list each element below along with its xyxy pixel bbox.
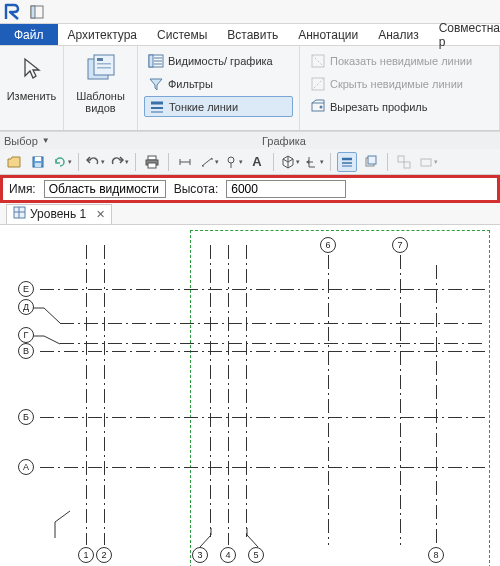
svg-rect-5 xyxy=(97,63,111,65)
thin-lines-toggle-icon[interactable] xyxy=(337,152,357,172)
show-hidden-lines-button: Показать невидимые линии xyxy=(306,50,493,71)
visibility-graphics-button[interactable]: Видимость/ графика xyxy=(144,50,293,71)
grid-line-6[interactable] xyxy=(328,255,329,545)
file-menu[interactable]: Файл xyxy=(0,24,58,45)
grid-bubble-2[interactable]: 2 xyxy=(96,547,112,563)
svg-line-16 xyxy=(312,55,324,67)
svg-rect-6 xyxy=(97,67,111,69)
templates-label: Шаблоны видов xyxy=(76,90,125,114)
grid-bubble-1[interactable]: 1 xyxy=(78,547,94,563)
menu-bar: Файл Архитектура Системы Вставить Аннота… xyxy=(0,24,500,46)
sync-icon[interactable] xyxy=(52,152,72,172)
hide-hidden-icon xyxy=(310,76,326,92)
name-field[interactable] xyxy=(44,180,166,198)
select-panel-title: Выбор▼ xyxy=(0,131,64,149)
3d-view-icon[interactable] xyxy=(280,152,300,172)
redo-icon[interactable] xyxy=(109,152,129,172)
visibility-label: Видимость/ графика xyxy=(168,55,273,67)
thin-lines-button[interactable]: Тонкие линии xyxy=(144,96,293,117)
grid-line-8[interactable] xyxy=(436,265,437,545)
menu-collab[interactable]: Совместная р xyxy=(429,24,500,45)
ribbon-graphics-group1: Видимость/ графика Фильтры Тонкие линии xyxy=(138,46,300,130)
ribbon-modify-panel: Изменить xyxy=(0,46,64,130)
open-icon[interactable] xyxy=(4,152,24,172)
grid-bubble-3[interactable]: 3 xyxy=(192,547,208,563)
cursor-icon[interactable] xyxy=(15,52,49,86)
hide-hidden-label: Скрыть невидимые линии xyxy=(330,78,463,90)
grid-line-5[interactable] xyxy=(246,245,247,537)
print-icon[interactable] xyxy=(142,152,162,172)
filters-label: Фильтры xyxy=(168,78,213,90)
height-field[interactable] xyxy=(226,180,346,198)
filters-icon xyxy=(148,76,164,92)
ribbon-graphics-group2: Показать невидимые линии Скрыть невидимы… xyxy=(300,46,500,130)
more-icon[interactable] xyxy=(418,152,438,172)
qat-properties-icon[interactable] xyxy=(28,3,46,21)
close-inactive-icon[interactable] xyxy=(361,152,381,172)
svg-rect-38 xyxy=(398,156,404,162)
grid-bubble-6[interactable]: 6 xyxy=(320,237,336,253)
grid-bubble-B[interactable]: Б xyxy=(18,409,34,425)
filters-button[interactable]: Фильтры xyxy=(144,73,293,94)
grid-bubble-5[interactable]: 5 xyxy=(248,547,264,563)
grid-bubble-7[interactable]: 7 xyxy=(392,237,408,253)
view-tab-level1[interactable]: Уровень 1 ✕ xyxy=(6,204,112,224)
grid-line-B[interactable] xyxy=(40,417,485,418)
svg-rect-23 xyxy=(35,163,41,167)
grid-line-D[interactable] xyxy=(60,323,485,324)
menu-analyze[interactable]: Анализ xyxy=(368,24,429,45)
drawing-canvas[interactable]: Е Д Г В Б А 1 2 3 4 5 6 7 8 xyxy=(0,225,500,566)
scope-box[interactable] xyxy=(190,230,490,566)
cut-profile-icon xyxy=(310,99,326,115)
undo-icon[interactable] xyxy=(85,152,105,172)
grid-line-4[interactable] xyxy=(228,245,229,545)
tag-icon[interactable] xyxy=(223,152,243,172)
show-hidden-label: Показать невидимые линии xyxy=(330,55,472,67)
section-icon[interactable] xyxy=(304,152,324,172)
measure-icon[interactable] xyxy=(175,152,195,172)
cut-profile-button[interactable]: Вырезать профиль xyxy=(306,96,493,117)
grid-bubble-V[interactable]: В xyxy=(18,343,34,359)
grid-line-2[interactable] xyxy=(104,245,105,545)
hide-hidden-lines-button: Скрыть невидимые линии xyxy=(306,73,493,94)
svg-point-20 xyxy=(320,105,323,108)
grid-bubble-E[interactable]: Е xyxy=(18,281,34,297)
menu-architecture[interactable]: Архитектура xyxy=(58,24,148,45)
svg-rect-24 xyxy=(148,156,156,160)
thin-lines-label: Тонкие линии xyxy=(169,101,238,113)
grid-line-A[interactable] xyxy=(40,467,485,468)
grid-bubble-G[interactable]: Г xyxy=(18,327,34,343)
svg-line-18 xyxy=(312,78,324,90)
graphics-panel-title: Графика xyxy=(64,131,500,149)
cut-profile-label: Вырезать профиль xyxy=(330,101,428,113)
ribbon-templates-panel: Шаблоны видов xyxy=(64,46,138,130)
svg-rect-4 xyxy=(97,58,103,61)
menu-annotations[interactable]: Аннотации xyxy=(288,24,368,45)
title-bar xyxy=(0,0,500,24)
menu-systems[interactable]: Системы xyxy=(147,24,217,45)
svg-rect-26 xyxy=(148,163,156,168)
close-tab-icon[interactable]: ✕ xyxy=(96,208,105,221)
grid-bubble-4[interactable]: 4 xyxy=(220,547,236,563)
aligned-dim-icon[interactable] xyxy=(199,152,219,172)
grid-line-7[interactable] xyxy=(400,255,401,545)
svg-rect-37 xyxy=(368,156,376,164)
save-icon[interactable] xyxy=(28,152,48,172)
options-bar: Имя: Высота: xyxy=(0,175,500,203)
menu-insert[interactable]: Вставить xyxy=(217,24,288,45)
svg-rect-8 xyxy=(149,55,153,67)
grid-bubble-D[interactable]: Д xyxy=(18,299,34,315)
grid-bubble-A[interactable]: А xyxy=(18,459,34,475)
switch-windows-icon[interactable] xyxy=(394,152,414,172)
grid-line-E[interactable] xyxy=(40,289,485,290)
revit-logo-icon xyxy=(4,3,22,21)
grid-line-1[interactable] xyxy=(86,245,87,545)
text-icon[interactable]: A xyxy=(247,152,267,172)
grid-line-V[interactable] xyxy=(40,351,485,352)
ribbon: Изменить Шаблоны видов Видимость/ график… xyxy=(0,46,500,131)
grid-bubble-8[interactable]: 8 xyxy=(428,547,444,563)
view-templates-icon[interactable] xyxy=(84,52,118,86)
grid-line-3[interactable] xyxy=(210,245,211,537)
grid-line-G[interactable] xyxy=(60,343,485,344)
quick-access-toolbar: A xyxy=(0,149,500,175)
